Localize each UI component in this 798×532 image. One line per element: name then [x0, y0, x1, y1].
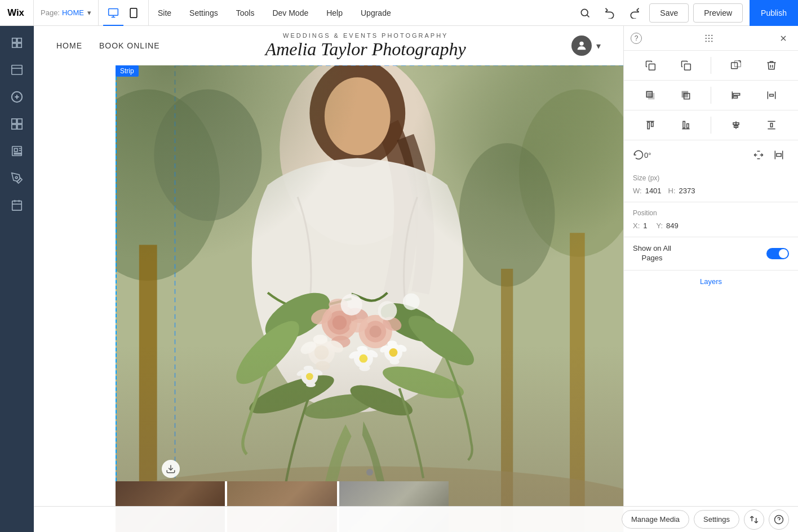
send-to-back-button[interactable]: [676, 85, 696, 105]
fit-width-button[interactable]: [748, 145, 769, 165]
settings-button[interactable]: Settings: [694, 510, 739, 529]
copy-button[interactable]: [640, 55, 660, 76]
delete-button[interactable]: [761, 55, 782, 76]
x-label: X:: [633, 221, 640, 230]
scroll-handle[interactable]: [366, 469, 373, 476]
site-nav-book[interactable]: BOOK ONLINE: [99, 41, 159, 50]
help-icon[interactable]: ?: [631, 33, 642, 44]
rotation-value: 0°: [644, 151, 651, 159]
download-button[interactable]: [162, 460, 180, 478]
divider: [711, 117, 711, 134]
nav-settings[interactable]: Settings: [180, 0, 227, 26]
svg-point-99: [711, 37, 712, 38]
svg-point-97: [705, 37, 706, 38]
nav-site[interactable]: Site: [149, 0, 180, 26]
svg-rect-126: [686, 124, 688, 128]
svg-rect-106: [684, 64, 690, 70]
svg-rect-110: [649, 94, 654, 99]
position-section: Position X: 1 Y: 849: [624, 202, 798, 237]
distribute-v-button[interactable]: [761, 115, 782, 135]
width-label: W:: [633, 187, 642, 195]
show-all-pages-row: Show on AllPages: [624, 237, 798, 271]
nav-tools[interactable]: Tools: [227, 0, 264, 26]
align-top-button[interactable]: [640, 115, 660, 135]
height-value[interactable]: 2373: [679, 187, 695, 195]
show-all-pages-toggle[interactable]: [766, 248, 789, 259]
nav-upgrade[interactable]: Upgrade: [352, 0, 400, 26]
svg-rect-117: [733, 96, 738, 98]
site-nav-home[interactable]: HOME: [56, 41, 82, 50]
height-field: H: 2373: [668, 187, 695, 195]
save-button[interactable]: Save: [649, 3, 689, 23]
section-layout-icon[interactable]: [5, 57, 29, 82]
swap-icon[interactable]: [744, 509, 764, 530]
rotation-icon: [633, 149, 644, 161]
bring-to-front-button[interactable]: [640, 85, 660, 105]
nav-help[interactable]: Help: [317, 0, 352, 26]
align-left-button[interactable]: [726, 85, 746, 105]
svg-rect-12: [12, 65, 22, 75]
page-indicator: Page: HOME ▾: [34, 0, 99, 26]
user-account-icon[interactable]: [571, 36, 592, 56]
panel-header-icons: [701, 30, 717, 46]
blog-icon[interactable]: [5, 166, 29, 190]
align-center-h-button[interactable]: [726, 115, 746, 135]
svg-rect-123: [651, 122, 653, 127]
svg-point-26: [15, 176, 17, 179]
account-chevron-icon[interactable]: ▾: [596, 41, 601, 51]
preview-button[interactable]: Preview: [693, 3, 743, 23]
guide-line-left: [116, 65, 117, 532]
y-field: Y: 849: [657, 221, 679, 230]
svg-point-94: [705, 34, 706, 36]
svg-point-31: [579, 42, 583, 46]
desktop-view-button[interactable]: [103, 3, 123, 23]
align-bottom-button[interactable]: [676, 115, 696, 135]
add-elements-icon[interactable]: [5, 85, 29, 109]
publish-button[interactable]: Publish: [750, 0, 798, 26]
svg-rect-25: [14, 153, 21, 154]
svg-rect-17: [12, 119, 16, 123]
svg-point-6: [582, 9, 588, 16]
svg-rect-122: [648, 122, 649, 129]
svg-rect-9: [17, 38, 21, 42]
y-label: Y:: [657, 221, 663, 230]
svg-rect-1: [109, 8, 118, 15]
page-name[interactable]: HOME: [62, 8, 84, 17]
bookings-icon[interactable]: [5, 193, 29, 218]
paste-style-button[interactable]: [676, 55, 696, 76]
grid-icon[interactable]: [701, 30, 717, 46]
svg-rect-19: [12, 125, 16, 129]
site-logo-area: WEDDINGS & EVENTS PHOTOGRAPHY Amelia Tay…: [159, 32, 571, 60]
hero-image[interactable]: [116, 65, 623, 532]
undo-button[interactable]: [600, 3, 620, 23]
help-circle-icon[interactable]: [769, 509, 789, 530]
pages-panel-icon[interactable]: [5, 30, 29, 55]
position-label: Position: [633, 209, 789, 217]
svg-rect-4: [130, 8, 137, 17]
duplicate-button[interactable]: [726, 55, 746, 76]
layers-link[interactable]: Layers: [633, 277, 789, 286]
chevron-down-icon[interactable]: ▾: [87, 8, 91, 17]
width-value[interactable]: 1401: [645, 187, 662, 195]
redo-button[interactable]: [624, 3, 645, 23]
distribute-even-button[interactable]: [769, 145, 789, 165]
size-row: W: 1401 H: 2373: [633, 187, 789, 195]
mobile-view-button[interactable]: [123, 3, 144, 23]
nav-devmode[interactable]: Dev Mode: [263, 0, 317, 26]
media-library-icon[interactable]: [5, 139, 29, 163]
wix-logo[interactable]: Wix: [0, 0, 34, 26]
x-field: X: 1: [633, 221, 648, 230]
right-panel: ?: [623, 26, 798, 532]
svg-point-101: [708, 41, 709, 42]
panel-actions-row-2: [624, 81, 798, 110]
components-icon[interactable]: [5, 112, 29, 136]
y-value[interactable]: 849: [666, 221, 679, 230]
x-value[interactable]: 1: [643, 221, 647, 230]
svg-rect-18: [17, 119, 22, 123]
search-button[interactable]: [575, 3, 595, 23]
svg-rect-116: [733, 94, 740, 95]
distribute-button[interactable]: [761, 85, 782, 105]
close-panel-button[interactable]: [775, 30, 791, 46]
svg-rect-114: [682, 91, 688, 97]
manage-media-button[interactable]: Manage Media: [622, 510, 689, 529]
